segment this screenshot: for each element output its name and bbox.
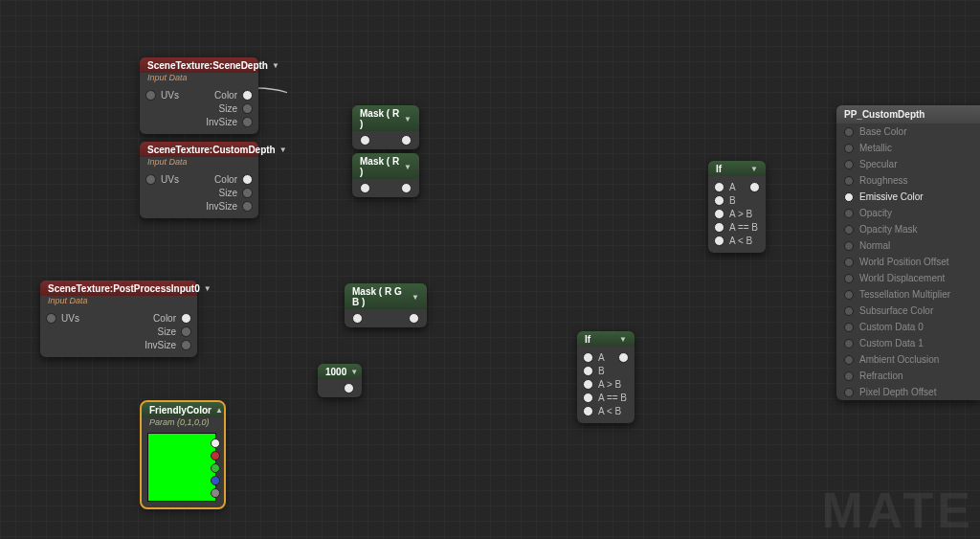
input-pin[interactable] — [352, 313, 363, 324]
output-row-label: Base Color — [859, 126, 906, 137]
node-header[interactable]: Mask ( R )▼ — [352, 105, 419, 131]
output-pin-b[interactable] — [211, 476, 220, 485]
input-pin[interactable] — [844, 371, 854, 381]
output-pin-color[interactable] — [242, 174, 253, 185]
output-pin-g[interactable] — [211, 463, 220, 473]
node-scenetexture-scenedepth[interactable]: SceneTexture:SceneDepth▼ Input Data UVsC… — [140, 57, 258, 134]
node-mask-r-2[interactable]: Mask ( R )▼ — [352, 153, 419, 197]
output-row-base-color[interactable]: Base Color — [836, 124, 980, 140]
input-pin-a[interactable] — [714, 182, 724, 192]
input-pin-aeqb[interactable] — [714, 222, 724, 233]
node-header[interactable]: FriendlyColor▲ — [142, 402, 224, 417]
input-pin[interactable] — [844, 192, 854, 202]
output-row-roughness[interactable]: Roughness — [836, 172, 980, 189]
input-pin-agtb[interactable] — [714, 209, 724, 219]
color-swatch — [147, 433, 216, 502]
input-pin-uvs[interactable] — [145, 90, 156, 101]
input-pin[interactable] — [360, 183, 370, 193]
input-pin[interactable] — [844, 160, 854, 169]
output-pin-size[interactable] — [242, 188, 253, 198]
output-pin-color[interactable] — [181, 313, 191, 324]
output-row-emissive-color[interactable]: Emissive Color — [836, 189, 980, 205]
output-row-refraction[interactable]: Refraction — [836, 368, 980, 384]
output-row-opacity[interactable]: Opacity — [836, 205, 980, 221]
output-pin-color[interactable] — [242, 90, 253, 101]
input-pin-agtb[interactable] — [583, 379, 593, 390]
input-pin-a[interactable] — [583, 352, 593, 363]
output-row-custom-data-0[interactable]: Custom Data 0 — [836, 319, 980, 335]
input-pin[interactable] — [844, 209, 854, 218]
output-pin-invsize[interactable] — [181, 340, 191, 350]
input-pin-altb[interactable] — [714, 236, 724, 246]
node-title: 1000 — [325, 367, 346, 377]
output-pin-size[interactable] — [242, 103, 253, 114]
input-pin-b[interactable] — [714, 195, 724, 206]
input-pin[interactable] — [844, 388, 854, 397]
node-constant-1000[interactable]: 1000▼ — [318, 364, 362, 397]
node-header[interactable]: Mask ( R )▼ — [352, 153, 419, 179]
input-pin[interactable] — [844, 176, 854, 186]
node-header[interactable]: If▼ — [708, 161, 766, 176]
output-pin[interactable] — [749, 182, 760, 192]
chevron-down-icon: ▼ — [279, 146, 287, 154]
output-row-world-displacement[interactable]: World Displacement — [836, 270, 980, 286]
node-mask-rgb[interactable]: Mask ( R G B )▼ — [345, 283, 427, 327]
node-header[interactable]: SceneTexture:PostProcessInput0▼ — [40, 281, 197, 296]
output-row-world-position-offset[interactable]: World Position Offset — [836, 254, 980, 270]
output-pin-invsize[interactable] — [242, 201, 253, 212]
input-pin[interactable] — [360, 135, 370, 146]
node-if-2[interactable]: If▼ A B A > B A == B A < B — [577, 331, 635, 423]
output-pin-rgba[interactable] — [211, 438, 220, 448]
input-pin-b[interactable] — [583, 366, 593, 376]
node-header[interactable]: SceneTexture:CustomDepth▼ — [140, 142, 258, 157]
output-row-label: Emissive Color — [859, 191, 924, 202]
node-header[interactable]: SceneTexture:SceneDepth▼ — [140, 57, 258, 73]
output-row-normal[interactable]: Normal — [836, 237, 980, 254]
input-pin-aeqb[interactable] — [583, 393, 593, 403]
input-pin[interactable] — [844, 323, 854, 332]
input-pin-uvs[interactable] — [46, 313, 56, 324]
input-pin[interactable] — [844, 274, 854, 283]
input-pin[interactable] — [844, 241, 854, 251]
input-pin[interactable] — [844, 127, 854, 137]
node-header[interactable]: 1000▼ — [318, 364, 362, 379]
chevron-down-icon: ▼ — [412, 293, 419, 302]
output-pin-invsize[interactable] — [242, 117, 253, 127]
node-header[interactable]: If▼ — [577, 331, 635, 347]
output-pin[interactable] — [618, 352, 629, 363]
output-row-tessellation-multiplier[interactable]: Tessellation Multiplier — [836, 286, 980, 303]
output-pin-a[interactable] — [211, 488, 220, 498]
output-row-pixel-depth-offset[interactable]: Pixel Depth Offset — [836, 384, 980, 400]
output-row-ambient-occlusion[interactable]: Ambient Occlusion — [836, 351, 980, 368]
output-pin[interactable] — [409, 313, 419, 324]
node-title: Mask ( R G B ) — [352, 286, 408, 307]
output-row-custom-data-1[interactable]: Custom Data 1 — [836, 335, 980, 351]
node-if-1[interactable]: If▼ A B A > B A == B A < B — [708, 161, 766, 253]
node-friendlycolor[interactable]: FriendlyColor▲ Param (0,1,0,0) — [142, 402, 224, 507]
output-pin-r[interactable] — [211, 451, 220, 460]
input-pin[interactable] — [844, 355, 854, 365]
input-pin[interactable] — [844, 290, 854, 300]
input-pin[interactable] — [844, 144, 854, 153]
output-row-specular[interactable]: Specular — [836, 156, 980, 172]
output-pin-size[interactable] — [181, 326, 191, 337]
input-pin-uvs[interactable] — [145, 174, 156, 185]
input-pin[interactable] — [844, 306, 854, 316]
node-scenetexture-customdepth[interactable]: SceneTexture:CustomDepth▼ Input Data UVs… — [140, 142, 258, 218]
output-row-opacity-mask[interactable]: Opacity Mask — [836, 221, 980, 237]
material-output-panel[interactable]: PP_CustomDepth Base ColorMetallicSpecula… — [836, 105, 980, 400]
input-pin[interactable] — [844, 225, 854, 235]
node-title: Mask ( R ) — [360, 108, 400, 129]
output-pin[interactable] — [401, 135, 412, 146]
input-pin[interactable] — [844, 258, 854, 267]
input-pin[interactable] — [844, 339, 854, 348]
chevron-down-icon: ▼ — [619, 335, 627, 344]
node-mask-r-1[interactable]: Mask ( R )▼ — [352, 105, 419, 149]
input-pin-altb[interactable] — [583, 406, 593, 416]
output-pin[interactable] — [401, 183, 412, 193]
node-scenetexture-postprocessinput0[interactable]: SceneTexture:PostProcessInput0▼ Input Da… — [40, 281, 197, 357]
output-row-metallic[interactable]: Metallic — [836, 140, 980, 156]
output-row-subsurface-color[interactable]: Subsurface Color — [836, 303, 980, 319]
output-pin[interactable] — [344, 383, 354, 393]
node-header[interactable]: Mask ( R G B )▼ — [345, 283, 427, 309]
